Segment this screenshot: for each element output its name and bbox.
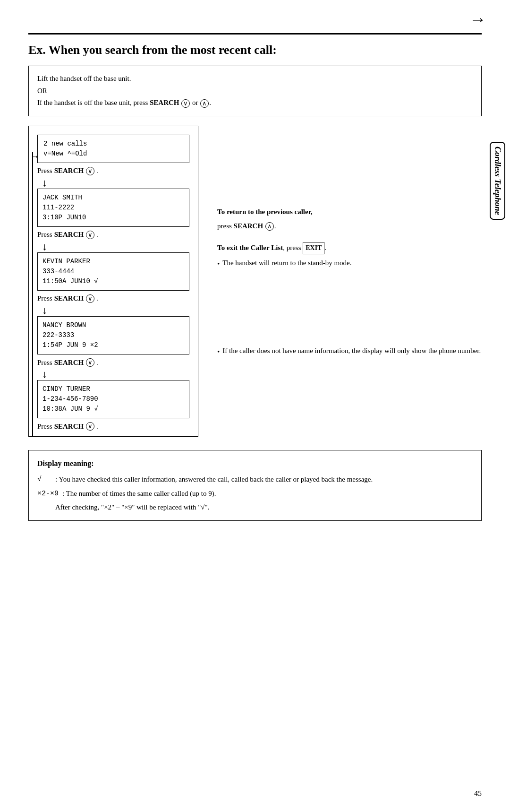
note2-bold: To exit the Caller List [217,244,283,251]
intro-or: OR [37,85,473,97]
kevin-line1: KEVIN PARKER [42,257,184,267]
right-notes: To return to the previous caller, press … [198,126,482,437]
caller-box-nancy: NANCY BROWN 222-3333 1:54P JUN 9 ×2 [37,316,189,354]
dm-text-1: : You have checked this caller informati… [55,474,373,486]
jack-line1: JACK SMITH [42,193,184,203]
screen1-line1: 2 new calls [43,139,183,149]
search-down-icon: ∨ [181,99,190,108]
cindy-line1: CINDY TURNER [42,384,184,394]
note3-bullet-text: If the caller does not have name informa… [222,345,481,356]
dm-row-2: ×2-×9 : The number of times the same cal… [37,488,473,500]
press-search-kevin: Press SEARCH ∨. [37,294,189,303]
flow-section-1: 2 new calls v=New ^=Old Press SEARCH ∨. [29,135,198,175]
arrow-down-2: ↓ [42,241,198,252]
dm-text-2: : The number of times the same caller ca… [62,488,216,500]
arrow-down-1: ↓ [42,177,198,189]
display-meaning-box: Display meaning: √ : You have checked th… [28,450,482,521]
bullet-dot-2: • [217,346,220,357]
left-return-path: → [29,152,36,437]
arrow-down-4: ↓ [42,369,198,380]
dm-symbol-2: ×2-×9 [37,488,59,500]
down-arrow-icon-2: ↓ [42,241,47,252]
nancy-line3: 1:54P JUN 9 ×2 [42,340,184,350]
dm-text-3: After checking, "×2" – "×9" will be repl… [55,503,209,511]
down-arrow-icon-3: ↓ [42,305,47,316]
search-icon-kevin: ∨ [86,294,94,303]
dm-row-1: √ : You have checked this caller informa… [37,474,473,486]
search-bold-1: SEARCH [54,167,84,175]
screen-1: 2 new calls v=New ^=Old [37,135,189,163]
dm-row-3: After checking, "×2" – "×9" will be repl… [37,501,473,514]
search-icon-nancy: ∨ [86,358,94,367]
caller-box-cindy: CINDY TURNER 1-234-456-7890 10:38A JUN 9… [37,380,189,418]
arrow-down-3: ↓ [42,305,198,316]
sidebar-label: Cordless Telephone [490,142,505,220]
note2-end: . [324,244,326,251]
press-search-cindy: Press SEARCH ∨. [37,422,189,431]
flow-section-cindy: CINDY TURNER 1-234-456-7890 10:38A JUN 9… [29,380,198,431]
down-arrow-icon-1: ↓ [42,177,47,189]
down-arrow-icon-4: ↓ [42,369,47,380]
flow-diagram: → 2 new calls v=New ^=Old Press SEARCH ∨… [28,126,198,437]
flow-outer-box: → 2 new calls v=New ^=Old Press SEARCH ∨… [28,126,198,437]
search-bold-kevin: SEARCH [54,294,84,302]
note-exit-caller: To exit the Caller List, press EXIT. • T… [217,242,482,269]
display-meaning-title: Display meaning: [37,457,473,470]
screen1-line2: v=New ^=Old [43,149,183,159]
next-page-arrow: → [469,9,486,29]
left-vertical-line [32,152,33,437]
bullet-dot-1: • [217,258,220,269]
press-text-nancy: Press [37,359,52,367]
note-no-name: • If the caller does not have name infor… [217,345,482,357]
kevin-line2: 333-4444 [42,267,184,276]
nancy-line1: NANCY BROWN [42,320,184,330]
search-icon-1: ∨ [86,167,94,175]
note1-bold-start: To return to the previous caller, [217,208,313,216]
sidebar-label-text: Cordless Telephone [493,147,502,215]
search-bold-nancy: SEARCH [54,359,84,367]
intro-box: Lift the handset off the base unit. OR I… [28,66,482,116]
note2-bullet: • The handset will return to the stand-b… [217,257,482,269]
intro-line3: If the handset is off the base unit, pre… [37,97,473,109]
note1-line2: press SEARCH ∧. [217,220,482,232]
page-number: 45 [474,789,482,798]
note2-bullet-text: The handset will return to the stand-by … [222,257,351,268]
search-icon-jack: ∨ [86,231,94,239]
kevin-line3: 11:50A JUN10 √ [42,276,184,286]
intro-search-bold: SEARCH [150,99,179,106]
note1-press-text: press [217,222,234,230]
note3-bullet: • If the caller does not have name infor… [217,345,482,357]
flow-section-jack: JACK SMITH 111-2222 3:10P JUN10 Press SE… [29,189,198,239]
intro-line3-text: If the handset is off the base unit, pre… [37,99,150,106]
press-text-cindy: Press [37,423,52,431]
note2-line1: To exit the Caller List, press EXIT. [217,242,482,254]
search-icon-cindy: ∨ [86,422,94,431]
intro-or-text: or [192,99,200,106]
press-search-jack: Press SEARCH ∨. [37,231,189,239]
search-up-note-icon: ∧ [265,222,274,231]
cindy-line2: 1-234-456-7890 [42,394,184,404]
main-content: → 2 new calls v=New ^=Old Press SEARCH ∨… [28,126,482,437]
page-title: Ex. When you search from the most recent… [28,43,482,57]
jack-line2: 111-2222 [42,203,184,213]
cindy-line3: 10:38A JUN 9 √ [42,404,184,414]
note1-line1: To return to the previous caller, [217,206,482,217]
flow-section-kevin: KEVIN PARKER 333-4444 11:50A JUN10 √ Pre… [29,252,198,303]
note-return-caller: To return to the previous caller, press … [217,206,482,232]
exit-box: EXIT [303,242,324,254]
search-bold-jack: SEARCH [54,231,84,239]
return-arrow-icon: → [31,152,39,161]
note1-search-bold: SEARCH [234,222,264,230]
press-text-kevin: Press [37,294,52,302]
press-text-jack: Press [37,231,52,239]
intro-line1: Lift the handset off the base unit. [37,73,473,85]
press-search-1: Press SEARCH ∨. [37,167,189,175]
flow-section-nancy: NANCY BROWN 222-3333 1:54P JUN 9 ×2 Pres… [29,316,198,367]
caller-box-jack: JACK SMITH 111-2222 3:10P JUN10 [37,189,189,227]
top-divider [28,33,482,35]
jack-line3: 3:10P JUN10 [42,213,184,223]
nancy-line2: 222-3333 [42,330,184,340]
dm-symbol-1: √ [37,474,51,486]
search-bold-cindy: SEARCH [54,423,84,431]
caller-box-kevin: KEVIN PARKER 333-4444 11:50A JUN10 √ [37,252,189,291]
